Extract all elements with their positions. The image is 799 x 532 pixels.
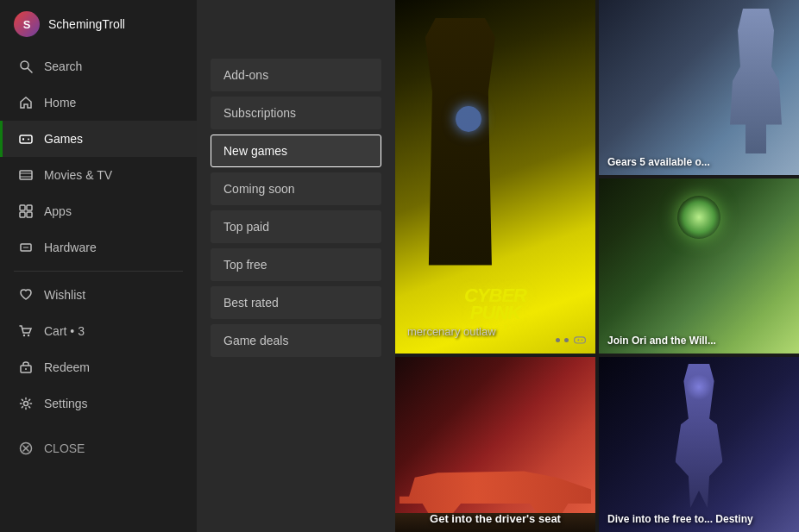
sidebar-item-search[interactable]: Search [0,48,197,84]
sidebar-item-apps[interactable]: Apps [0,193,197,229]
tile-ori-label: Join Ori and the Will... [607,335,790,347]
svg-point-27 [582,340,583,341]
redeem-icon [18,360,34,375]
sidebar-item-label: Cart • 3 [44,324,85,338]
submenu-game-deals[interactable]: Game deals [211,324,381,357]
submenu-subscriptions[interactable]: Subscriptions [211,97,381,129]
profile-section[interactable]: S SchemingTroll [0,0,197,48]
sidebar-item-cart[interactable]: Cart • 3 [0,313,197,349]
sidebar-item-label: Search [44,59,82,73]
sidebar-item-settings[interactable]: Settings [0,385,197,422]
apps-icon [18,203,34,219]
sidebar-close-button[interactable]: CLOSE [0,430,197,466]
submenu-best-rated[interactable]: Best rated [211,286,381,319]
sidebar-item-wishlist[interactable]: Wishlist [0,277,197,313]
dot-1 [556,338,560,342]
home-icon [18,95,34,110]
username: SchemingTroll [48,17,125,31]
submenu-panel: Add-ons Subscriptions New games Coming s… [197,0,395,532]
svg-rect-12 [20,212,25,217]
tile-nfs[interactable]: Get into the driver's seat [395,357,595,532]
submenu-coming-soon[interactable]: Coming soon [211,172,381,205]
sidebar-item-hardware[interactable]: Hardware [0,229,197,266]
nfs-car [400,466,591,513]
svg-point-20 [24,402,28,406]
sidebar-item-label: Wishlist [44,288,85,302]
svg-point-17 [28,335,29,336]
tile-cyberpunk[interactable]: CYBER PUNK 2077 mercenary outlaw [395,0,595,354]
sidebar-nav: Search Home Games [0,48,197,532]
sidebar-item-label: Redeem [44,360,90,374]
cyberpunk-title2: PUNK [404,304,587,322]
settings-icon [18,396,34,411]
ori-character [677,196,720,239]
dot-2 [564,338,569,342]
tile-icons [556,335,587,345]
hardware-icon [18,240,34,255]
tile-gears5[interactable]: Gears 5 available o... [599,0,799,175]
svg-rect-11 [27,205,32,210]
sidebar-item-label: Apps [44,204,72,218]
wishlist-icon [18,287,34,303]
sidebar-item-home[interactable]: Home [0,84,197,121]
sidebar-item-label: Games [44,132,83,146]
svg-rect-10 [20,205,25,210]
sidebar-item-label: Movies & TV [44,168,112,182]
games-icon [18,131,34,147]
sidebar-item-movies[interactable]: Movies & TV [0,157,197,193]
main-content: CYBER PUNK 2077 mercenary outlaw [395,0,799,532]
avatar: S [14,11,40,37]
cyberpunk-sub: mercenary outlaw [407,325,496,338]
submenu-top-paid[interactable]: Top paid [211,210,381,243]
svg-rect-13 [27,212,32,217]
close-label: CLOSE [44,441,85,455]
nav-divider [14,271,183,272]
search-icon [18,59,34,74]
tile-gears-label: Gears 5 available o... [607,156,790,168]
svg-point-6 [28,139,29,141]
controller-icon [573,335,587,345]
tile-ori[interactable]: Join Ori and the Will... [599,178,799,354]
tile-destiny[interactable]: Dive into the free to... Destiny [599,357,799,532]
cyberpunk-figure [425,18,495,266]
sidebar-item-games[interactable]: Games [0,121,197,157]
svg-rect-2 [20,135,32,143]
cart-icon [18,323,34,339]
destiny-glow [686,374,712,400]
close-icon [18,441,34,456]
sidebar-item-label: Hardware [44,241,97,254]
svg-point-16 [23,335,25,336]
sidebar: S SchemingTroll Search Home [0,0,197,532]
tile-nfs-label: Get into the driver's seat [430,512,561,525]
nfs-car-container [400,466,591,513]
sidebar-item-label: Settings [44,397,88,410]
svg-rect-7 [20,171,32,179]
svg-line-1 [28,68,32,72]
submenu-top-free[interactable]: Top free [211,248,381,281]
submenu-new-games[interactable]: New games [211,135,381,167]
sidebar-item-redeem[interactable]: Redeem [0,349,197,385]
svg-rect-24 [575,337,586,343]
tile-destiny-label: Dive into the free to... Destiny [607,513,790,525]
movies-icon [18,167,34,183]
submenu-addons[interactable]: Add-ons [211,59,381,91]
sidebar-item-label: Home [44,96,76,110]
cyberpunk-accent [456,106,481,132]
